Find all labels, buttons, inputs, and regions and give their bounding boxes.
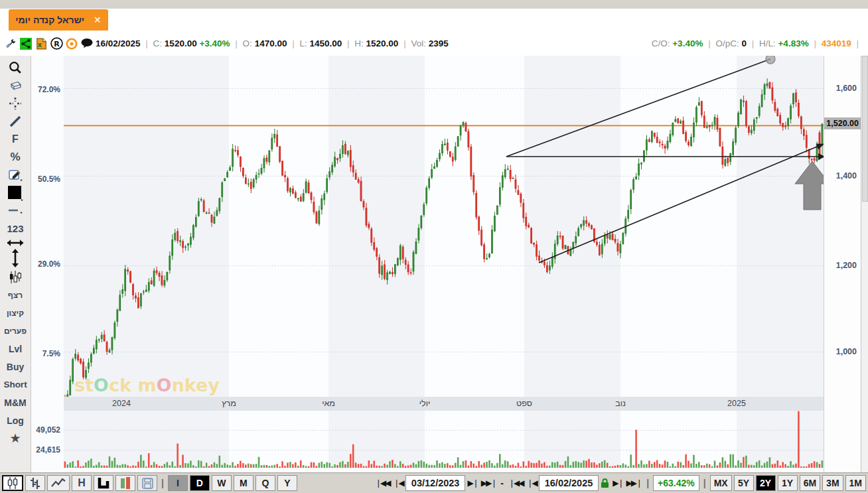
charting-app-window: ישראל קנדה יומי ✕ x R 16/02/2025 |: [0, 0, 868, 493]
line-style-tool[interactable]: [2, 202, 29, 220]
save-button[interactable]: [137, 475, 157, 491]
sidebar-item-short[interactable]: Short: [2, 376, 29, 393]
info-segment: |: [811, 38, 821, 48]
volume-axis-label: 49,052: [36, 425, 60, 435]
comment-icon[interactable]: [80, 37, 94, 50]
ohlc-summary: 16/02/2025 | C: 1520.00 +3.40% | O: 1470…: [96, 38, 449, 48]
info-segment: +4.83%: [778, 38, 811, 48]
trendline-tool-icon[interactable]: [2, 112, 29, 130]
extremes-label: קיצון: [7, 309, 24, 318]
info-segment: |: [143, 38, 153, 48]
interval-button-D[interactable]: D: [190, 475, 210, 491]
target-icon[interactable]: [65, 37, 78, 50]
info-segment: |: [289, 38, 299, 48]
tools-icon[interactable]: [4, 37, 17, 50]
start-first-button[interactable]: ❘◀◀: [374, 478, 392, 488]
percent-axis: 72.0%50.5%29.0%7.5%49,05224,615: [32, 56, 64, 472]
registered-icon[interactable]: R: [50, 37, 63, 50]
start-prev-button[interactable]: ❘◀: [392, 478, 405, 488]
candle-pattern-icon[interactable]: [2, 268, 29, 286]
info-segment: 1470.00: [255, 38, 290, 48]
range-button-2Y[interactable]: 2Y: [756, 475, 776, 491]
fibonacci-tool[interactable]: F: [2, 130, 29, 148]
range-button-5Y[interactable]: 5Y: [734, 475, 754, 491]
info-segment: |: [749, 38, 759, 48]
interval-button-M[interactable]: M: [234, 475, 253, 491]
zoom-tool-icon[interactable]: [2, 58, 29, 76]
sidebar-item-sequence[interactable]: רצף: [2, 286, 29, 304]
price-chart-plot[interactable]: 2024מרץמאייוליספטנוב2025: [64, 56, 824, 472]
vertical-measure-icon[interactable]: [2, 248, 29, 268]
svg-text:x: x: [37, 41, 42, 48]
end-prev-button[interactable]: ❘◀: [525, 478, 538, 488]
toolbar-divider: |: [644, 478, 651, 488]
info-segment: H/L:: [759, 38, 778, 48]
vertical-scrollbar[interactable]: [861, 56, 868, 472]
sidebar-item-levels[interactable]: Lvl: [2, 340, 29, 358]
info-segment: O/pC:: [715, 38, 741, 48]
interval-button-Q[interactable]: Q: [255, 475, 275, 491]
price-axis-label: 1,600: [836, 84, 857, 93]
chart-type-bracket-button[interactable]: [94, 475, 113, 491]
start-next-button[interactable]: ▶❘: [466, 478, 478, 488]
percent-axis-label: 29.0%: [38, 259, 60, 269]
info-segment: H:: [354, 38, 366, 48]
price-axis-label: 1,000: [836, 347, 857, 356]
date-axis-band[interactable]: 2024מרץמאייוליספטנוב2025: [64, 397, 824, 411]
end-first-button[interactable]: ❘◀◀: [507, 478, 525, 488]
chart-type-histogram-button[interactable]: [115, 475, 135, 491]
range-button-1M[interactable]: 1M: [845, 475, 866, 491]
lock-icon[interactable]: [601, 478, 609, 488]
interval-button-W[interactable]: W: [212, 475, 232, 491]
sidebar-item-mm[interactable]: M&M: [2, 393, 29, 411]
annotate-tool-icon[interactable]: [2, 166, 29, 184]
interval-button-Y[interactable]: Y: [277, 475, 297, 491]
numbers-tool[interactable]: 123: [2, 220, 29, 238]
end-date-field[interactable]: 16/02/2025: [539, 475, 599, 491]
range-button-6M[interactable]: 6M: [800, 475, 820, 491]
sidebar-item-extremes[interactable]: קיצון: [2, 304, 29, 322]
chart-type-bars-button[interactable]: [25, 475, 45, 491]
favorite-star-icon[interactable]: ★: [2, 429, 29, 447]
sequence-label: רצף: [8, 291, 23, 300]
info-segment: |: [344, 38, 354, 48]
month-axis-label: 2025: [727, 399, 746, 408]
start-last-button[interactable]: ▶▶❘: [480, 478, 498, 488]
excel-export-icon[interactable]: x: [35, 37, 48, 50]
tab-close-icon[interactable]: ✕: [94, 15, 102, 25]
percent-axis-label: 72.0%: [38, 85, 60, 94]
chart-workspace: F % 123 רצף קיצון פערים Lv: [0, 56, 868, 472]
crosshair-tool-icon[interactable]: [2, 94, 29, 112]
sidebar-item-log[interactable]: Log: [2, 411, 29, 429]
sidebar-item-gaps[interactable]: פערים: [2, 322, 29, 340]
chart-type-candlestick-button[interactable]: [2, 475, 23, 491]
chart-type-heikin-button[interactable]: H: [72, 475, 92, 491]
range-button-3M[interactable]: 3M: [822, 475, 843, 491]
symbol-tab[interactable]: ישראל קנדה יומי ✕: [9, 9, 108, 31]
eraser-tool-icon[interactable]: [2, 76, 29, 94]
price-axis-label: 1,400: [836, 171, 857, 180]
month-axis-label: נוב: [615, 399, 626, 408]
lvl-label: Lvl: [9, 344, 22, 354]
info-segment: Vol:: [411, 38, 428, 48]
end-last-button[interactable]: ▶▶❘: [625, 478, 643, 488]
range-button-MX[interactable]: MX: [710, 475, 732, 491]
vertical-scrollbar-thumb[interactable]: [862, 56, 868, 202]
color-swatch-tool[interactable]: [2, 184, 29, 202]
quote-info-left: x R 16/02/2025 | C: 1520.00 +3.40% | O: …: [0, 37, 449, 50]
range-button-1Y[interactable]: 1Y: [778, 475, 798, 491]
interval-button-I[interactable]: I: [168, 475, 188, 491]
percent-tool[interactable]: %: [2, 148, 29, 166]
fibonacci-label: F: [12, 133, 19, 145]
end-date-nav: ❘◀◀ ❘◀ 16/02/2025 ▶❘ ▶▶❘: [507, 475, 642, 491]
sidebar-item-buy[interactable]: Buy: [2, 358, 29, 376]
chart-type-line-button[interactable]: [47, 475, 70, 491]
share-icon[interactable]: [19, 37, 33, 50]
horizontal-measure-icon[interactable]: [2, 238, 29, 248]
info-segment: +3.40%: [199, 38, 232, 48]
start-date-field[interactable]: 03/12/2023: [405, 475, 466, 491]
log-label: Log: [7, 415, 24, 426]
end-next-button[interactable]: ▶❘: [611, 478, 624, 488]
price-axis[interactable]: 1,520.00 1,6001,4001,2001,000: [824, 56, 861, 472]
percent-axis-label: 50.5%: [38, 175, 60, 184]
